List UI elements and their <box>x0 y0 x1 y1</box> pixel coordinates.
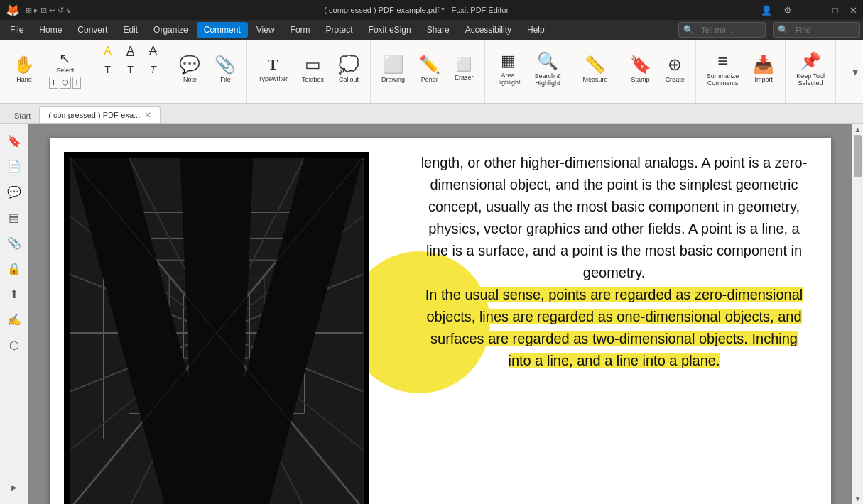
sidebar-item-comments[interactable]: 💬 <box>3 180 26 203</box>
search-highlight-button[interactable]: 🔍 Search &Highlight <box>528 43 568 97</box>
menu-comment[interactable]: Comment <box>197 22 248 38</box>
tab-pdf-label: ( compressed ) PDF-exa... <box>48 111 140 119</box>
ribbon-scroll[interactable]: ▼ <box>850 40 860 103</box>
file-icon: 📎 <box>215 56 236 73</box>
menu-home[interactable]: Home <box>32 22 69 38</box>
pdf-text-highlighted: In the usual sense, points are regarded … <box>419 284 810 372</box>
user-icon[interactable]: 👤 <box>761 5 772 16</box>
scroll-thumb[interactable] <box>854 135 862 177</box>
sidebar-item-attachments[interactable]: 📎 <box>3 231 26 254</box>
pdf-content-area: length, or other higher-dimensional anal… <box>28 124 852 504</box>
hand-icon: ✋ <box>13 56 35 73</box>
select-sub2[interactable]: ⬡ <box>60 77 71 89</box>
stamp-button[interactable]: 🔖 Stamp <box>624 43 658 97</box>
tell-me-search[interactable]: 🔍 <box>678 22 766 38</box>
minimize-button[interactable]: — <box>812 5 821 16</box>
menu-edit[interactable]: Edit <box>116 22 145 38</box>
sidebar-item-signatures[interactable]: ✍ <box>3 308 26 331</box>
title-bar: 🦊 ⊞ ▸ ⊡ ↩ ↺ ∨ ( compressed ) PDF-example… <box>0 0 863 20</box>
menu-organize[interactable]: Organize <box>146 22 195 38</box>
import-icon: 📥 <box>753 56 774 73</box>
textbox-button[interactable]: ▭ Textbox <box>295 43 330 97</box>
menu-convert[interactable]: Convert <box>70 22 114 38</box>
ribbon-group-note-file: 💬 Note 📎 File <box>168 40 247 103</box>
find-search[interactable]: 🔍 <box>773 22 860 38</box>
menu-accessibility[interactable]: Accessibility <box>458 22 519 38</box>
create-icon: ⊕ <box>668 56 682 73</box>
ribbon-group-text-tools: A A A T T T <box>92 40 168 103</box>
ribbon-group-typewriter: T Typewriter ▭ Textbox 💭 Callout <box>247 40 371 103</box>
scroll-down-arrow[interactable]: ▼ <box>852 493 864 504</box>
right-scrollbar: ▲ ▼ <box>852 124 863 504</box>
highlight-span: In the usual sense, points are regarded … <box>425 287 803 368</box>
sidebar-item-stamp[interactable]: ⬡ <box>3 334 26 356</box>
text-underline-button[interactable]: A <box>119 43 141 60</box>
typewriter-icon: T <box>268 57 278 72</box>
text-highlight-button[interactable]: A <box>97 43 118 60</box>
summarize-comments-button[interactable]: ≡ SummarizeComments <box>700 43 746 97</box>
find-icon: 🔍 <box>778 25 788 35</box>
scroll-track[interactable] <box>852 135 863 493</box>
tab-pdf-example[interactable]: ( compressed ) PDF-exa... ✕ <box>39 106 161 123</box>
menu-help[interactable]: Help <box>520 22 552 38</box>
select-sub3[interactable]: T <box>72 77 82 89</box>
summarize-comments-icon: ≡ <box>717 53 727 70</box>
hand-button[interactable]: ✋ Hand <box>7 43 41 97</box>
sidebar-item-layers[interactable]: ▤ <box>3 206 26 229</box>
sidebar-item-export[interactable]: ⬆ <box>3 283 26 305</box>
text-insert-icon: T <box>127 65 134 75</box>
keep-tool-selected-button[interactable]: 📌 Keep ToolSelected <box>790 43 831 97</box>
menu-foxit-esign[interactable]: Foxit eSign <box>362 22 418 38</box>
note-button[interactable]: 💬 Note <box>173 43 207 97</box>
find-input[interactable] <box>791 24 855 35</box>
callout-icon: 💭 <box>338 56 359 73</box>
pdf-page: length, or other higher-dimensional anal… <box>50 138 831 504</box>
tab-start[interactable]: Start <box>6 109 39 123</box>
import-button[interactable]: 📥 Import <box>747 43 781 97</box>
menu-form[interactable]: Form <box>283 22 317 38</box>
measure-button[interactable]: 📏 Measure <box>577 43 614 97</box>
select-sub1[interactable]: T <box>49 77 58 89</box>
ribbon-group-highlight: ▦ AreaHighlight 🔍 Search &Highlight <box>485 40 572 103</box>
sidebar-item-pages[interactable]: 📄 <box>3 155 26 177</box>
pdf-text-section: length, or other higher-dimensional anal… <box>391 138 831 504</box>
text-replace-icon: T <box>104 65 111 75</box>
file-button[interactable]: 📎 File <box>208 43 242 97</box>
area-highlight-icon: ▦ <box>501 53 516 69</box>
drawing-button[interactable]: ⬜ Drawing <box>375 43 411 97</box>
text-style-button[interactable]: T <box>142 62 163 77</box>
sidebar-item-security[interactable]: 🔒 <box>3 257 26 280</box>
typewriter-button[interactable]: T Typewriter <box>251 43 294 97</box>
eraser-button[interactable]: ⬜ Eraser <box>448 43 480 97</box>
menu-bar: File Home Convert Edit Organize Comment … <box>0 20 863 40</box>
tab-close-button[interactable]: ✕ <box>144 110 151 120</box>
maximize-button[interactable]: □ <box>832 5 838 16</box>
sidebar-expand-button[interactable]: ▶ <box>9 481 20 493</box>
pencil-button[interactable]: ✏️ Pencil <box>413 43 447 97</box>
callout-button[interactable]: 💭 Callout <box>332 43 366 97</box>
area-highlight-button[interactable]: ▦ AreaHighlight <box>489 43 527 97</box>
text-replace-button[interactable]: T <box>97 62 118 77</box>
window-title: ( compressed ) PDF-example.pdf * - Foxit… <box>72 6 761 14</box>
main-area: 🔖 📄 💬 ▤ 📎 🔒 ⬆ ✍ ⬡ ▶ <box>0 124 863 504</box>
scroll-up-arrow[interactable]: ▲ <box>852 124 864 135</box>
ribbon-toolbar: ✋ Hand ↖ Select T ⬡ T A <box>0 40 863 104</box>
stamp-icon: 🔖 <box>630 56 651 73</box>
keep-tool-icon: 📌 <box>800 53 821 70</box>
measure-icon: 📏 <box>585 56 606 73</box>
text-insert-button[interactable]: T <box>119 62 141 77</box>
menu-share[interactable]: Share <box>420 22 457 38</box>
menu-view[interactable]: View <box>249 22 282 38</box>
text-strikeout-button[interactable]: A <box>142 43 163 60</box>
tell-me-input[interactable] <box>697 24 761 35</box>
sidebar-item-bookmark[interactable]: 🔖 <box>3 129 26 152</box>
pencil-icon: ✏️ <box>419 56 440 73</box>
close-button[interactable]: ✕ <box>850 5 857 16</box>
menu-file[interactable]: File <box>3 22 31 38</box>
settings-icon[interactable]: ⚙ <box>783 5 792 16</box>
drawing-icon: ⬜ <box>383 56 404 73</box>
window-controls[interactable]: 👤 ⚙ — □ ✕ <box>761 5 857 16</box>
menu-protect[interactable]: Protect <box>319 22 360 38</box>
select-button[interactable]: ↖ Select T ⬡ T <box>43 43 87 97</box>
create-button[interactable]: ⊕ Create <box>659 43 691 97</box>
